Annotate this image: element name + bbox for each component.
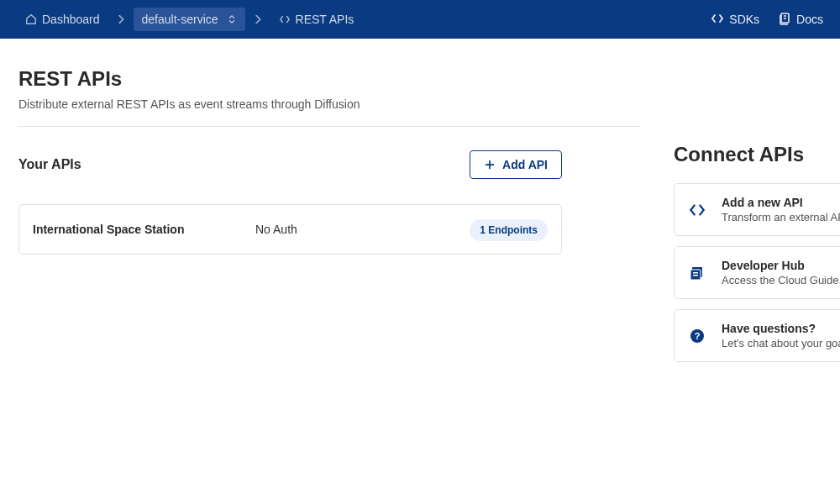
svg-rect-4 [693, 275, 698, 276]
docs-icon [778, 12, 791, 28]
connect-card-questions[interactable]: ? Have questions? Let's chat about your … [674, 309, 840, 362]
endpoints-badge: 1 Endpoints [470, 219, 548, 241]
page-title: REST APIs [18, 67, 640, 91]
card-text: Have questions? Let's chat about your go… [722, 322, 840, 349]
card-title: Developer Hub [722, 259, 840, 272]
add-api-button[interactable]: Add API [470, 150, 562, 179]
home-icon [25, 13, 37, 25]
divider [18, 126, 640, 127]
apis-section-title: Your APIs [18, 157, 81, 172]
left-column: REST APIs Distribute external REST APIs … [18, 67, 640, 255]
updown-icon [227, 13, 237, 25]
library-icon [688, 265, 706, 281]
question-icon: ? [688, 328, 706, 344]
right-column: Connect APIs Add a new API Transform an … [674, 67, 840, 372]
api-endpoints: 1 Endpoints [470, 222, 548, 237]
breadcrumb-rest-apis[interactable]: REST APIs [270, 8, 363, 31]
card-text: Add a new API Transform an external API … [722, 196, 840, 223]
connect-card-add-api[interactable]: Add a new API Transform an external API … [674, 183, 840, 236]
api-auth: No Auth [255, 223, 423, 236]
breadcrumbs: Dashboard default-service REST APIs [17, 8, 711, 31]
card-text: Developer Hub Access the Cloud Guide, Tu… [722, 259, 840, 286]
card-title: Have questions? [722, 322, 840, 335]
code-icon [711, 12, 724, 28]
breadcrumb-dashboard[interactable]: Dashboard [17, 8, 108, 31]
sdks-label: SDKs [729, 13, 759, 26]
breadcrumb-label: Dashboard [42, 13, 100, 26]
connect-card-dev-hub[interactable]: Developer Hub Access the Cloud Guide, Tu… [674, 246, 840, 299]
api-name: International Space Station [33, 223, 255, 236]
breadcrumb-service-selector[interactable]: default-service [134, 8, 245, 31]
sdks-link[interactable]: SDKs [711, 12, 759, 28]
plus-icon [484, 159, 496, 171]
api-row[interactable]: International Space Station No Auth 1 En… [18, 204, 562, 255]
card-desc: Access the Cloud Guide, Tutorials and mo… [722, 274, 840, 286]
top-navbar: Dashboard default-service REST APIs SDKs [0, 0, 840, 39]
page-subtitle: Distribute external REST APIs as event s… [18, 97, 640, 111]
topbar-actions: SDKs Docs [711, 12, 823, 28]
svg-rect-3 [693, 272, 698, 274]
connect-title: Connect APIs [674, 143, 840, 166]
docs-link[interactable]: Docs [778, 12, 823, 28]
chevron-right-icon [252, 13, 264, 25]
code-icon [688, 201, 706, 219]
card-title: Add a new API [722, 196, 840, 209]
breadcrumb-label: REST APIs [296, 13, 354, 26]
svg-text:?: ? [695, 331, 701, 341]
code-icon [279, 13, 291, 25]
card-desc: Transform an external API into a topic s… [722, 211, 840, 223]
add-api-label: Add API [502, 158, 548, 171]
docs-label: Docs [796, 13, 823, 26]
apis-section-header: Your APIs Add API [18, 150, 562, 179]
main-content: REST APIs Distribute external REST APIs … [0, 39, 840, 372]
breadcrumb-label: default-service [142, 13, 218, 26]
card-desc: Let's chat about your goals and how we c… [722, 337, 840, 349]
chevron-right-icon [115, 13, 127, 25]
